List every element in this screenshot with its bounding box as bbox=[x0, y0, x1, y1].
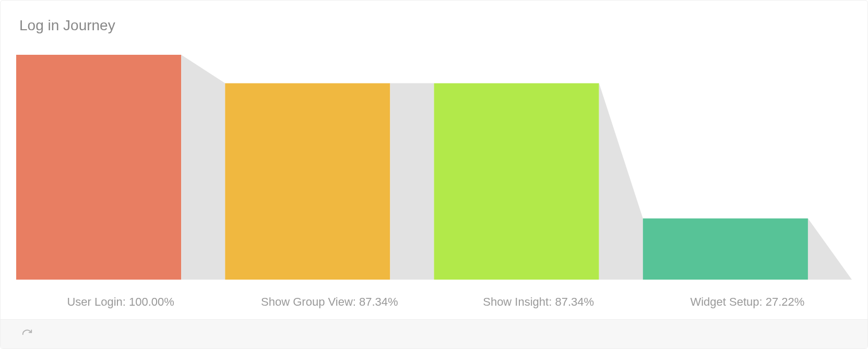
chart-title: Log in Journey bbox=[1, 1, 867, 34]
funnel-stage-label-0: User Login: 100.00% bbox=[16, 295, 225, 309]
chart-card: Log in Journey User Login: 100.00%Show G… bbox=[0, 0, 868, 349]
funnel-bar-1[interactable] bbox=[225, 83, 390, 280]
funnel-chart bbox=[16, 55, 852, 280]
funnel-bar-0[interactable] bbox=[16, 55, 181, 280]
svg-marker-0 bbox=[181, 55, 225, 280]
funnel-bar-3[interactable] bbox=[643, 219, 808, 280]
funnel-stage-label-3: Widget Setup: 27.22% bbox=[643, 295, 852, 309]
svg-marker-1 bbox=[390, 83, 434, 280]
svg-marker-3 bbox=[808, 219, 852, 280]
refresh-icon[interactable] bbox=[21, 329, 33, 340]
funnel-stage-label-2: Show Insight: 87.34% bbox=[434, 295, 643, 309]
funnel-bar-2[interactable] bbox=[434, 83, 599, 280]
svg-marker-2 bbox=[599, 83, 643, 280]
funnel-labels-row: User Login: 100.00%Show Group View: 87.3… bbox=[16, 295, 852, 309]
card-footer bbox=[1, 319, 867, 348]
funnel-stage-label-1: Show Group View: 87.34% bbox=[225, 295, 434, 309]
